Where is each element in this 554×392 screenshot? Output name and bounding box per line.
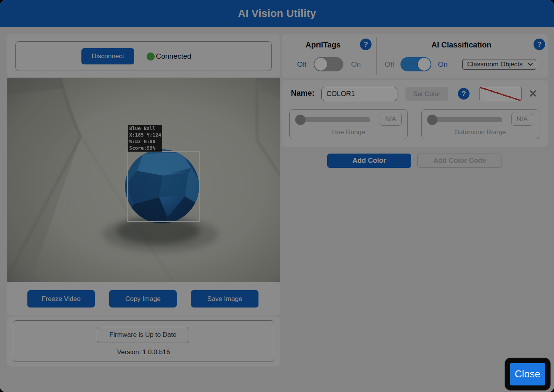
tutorial-dim-overlay — [0, 0, 554, 392]
ai-vision-utility-window: AI Vision Utility Disconnect Connected — [0, 0, 554, 392]
close-button-highlight: Close — [505, 358, 551, 390]
close-button[interactable]: Close — [510, 363, 545, 385]
